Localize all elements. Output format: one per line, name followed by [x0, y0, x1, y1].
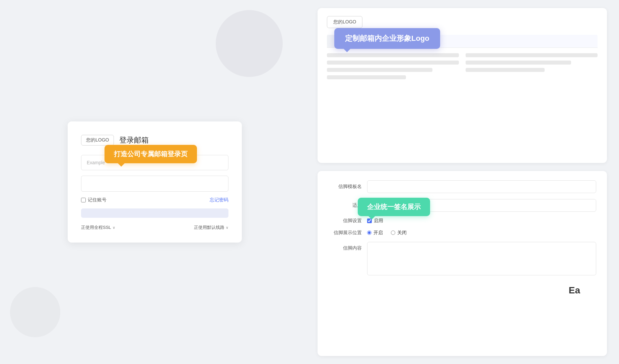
line-4: [327, 75, 406, 79]
form-row-template-name: 信脚模板名: [328, 180, 596, 193]
enable-text: 启用: [374, 218, 383, 224]
line-5: [466, 53, 598, 57]
ea-text-area: Ea: [569, 285, 580, 296]
right-panel: 您的LOGO 定制邮箱内企业形象Logo 标页 通道引 应用中心: [310, 0, 619, 364]
login-title: 登录邮箱: [119, 135, 149, 145]
content-col-right: [466, 53, 598, 83]
form-row-position: 信脚展示位置 开启 关闭: [328, 230, 596, 236]
tooltip-green: 企业统一签名展示: [358, 198, 430, 216]
position-label: 信脚展示位置: [328, 230, 362, 236]
ssl-chevron-icon: ∨: [113, 225, 115, 230]
ea-text: Ea: [569, 285, 580, 295]
content-block: [327, 53, 598, 83]
content-textarea[interactable]: [367, 242, 596, 275]
line-3: [327, 68, 432, 72]
ssl-label: 正使用全程SSL: [81, 224, 111, 231]
login-button[interactable]: [81, 208, 228, 218]
top-card: 您的LOGO 定制邮箱内企业形象Logo 标页 通道引 应用中心: [318, 8, 607, 163]
logo-badge: 您的LOGO: [81, 135, 114, 146]
login-card: 您的LOGO 登录邮箱 打造公司专属邮箱登录页 ********** 记住账号 …: [68, 121, 242, 243]
line-6: [466, 61, 571, 65]
left-panel: 您的LOGO 登录邮箱 打造公司专属邮箱登录页 ********** 记住账号 …: [0, 0, 310, 364]
radio-open-text: 开启: [373, 230, 383, 236]
options-row: 记住账号 忘记密码: [81, 197, 228, 203]
ssl-item[interactable]: 正使用全程SSL ∨: [81, 224, 115, 231]
route-item[interactable]: 正使用默认线路 ∨: [194, 224, 228, 231]
remember-checkbox[interactable]: [81, 198, 86, 202]
password-input-group: **********: [81, 176, 228, 192]
right-logo-badge: 您的LOGO: [327, 16, 362, 28]
line-2: [327, 61, 459, 65]
radio-close-label[interactable]: 关闭: [391, 230, 407, 236]
bottom-card: 企业统一签名展示 信脚模板名 适用 信脚设置 启用 信脚展示位置 开启: [318, 171, 607, 356]
radio-close[interactable]: [391, 231, 395, 235]
forgot-password-link[interactable]: 忘记密码: [210, 197, 228, 203]
tooltip-purple: 定制邮箱内企业形象Logo: [334, 28, 440, 49]
top-card-header: 您的LOGO: [327, 16, 598, 28]
remember-text: 记住账号: [88, 197, 107, 203]
line-7: [466, 68, 545, 72]
radio-close-text: 关闭: [397, 230, 407, 236]
footer-row: 正使用全程SSL ∨ 正使用默认线路 ∨: [81, 224, 228, 231]
remember-me-label[interactable]: 记住账号: [81, 197, 107, 203]
line-1: [327, 53, 459, 57]
form-row-content: 信脚内容: [328, 242, 596, 275]
password-input[interactable]: **********: [81, 176, 228, 192]
route-chevron-icon: ∨: [226, 225, 228, 230]
tooltip-orange: 打造公司专属邮箱登录页: [105, 145, 197, 163]
template-name-label: 信脚模板名: [328, 184, 362, 190]
apply-label: 适用: [328, 202, 362, 208]
radio-open-label[interactable]: 开启: [367, 230, 383, 236]
position-radio-group: 开启 关闭: [367, 230, 407, 236]
content-label: 信脚内容: [328, 245, 362, 251]
content-col-left: [327, 53, 459, 83]
footer-setting-label: 信脚设置: [328, 218, 362, 224]
login-header: 您的LOGO 登录邮箱: [81, 135, 228, 146]
radio-open[interactable]: [367, 231, 371, 235]
route-label: 正使用默认线路: [194, 224, 224, 231]
template-name-input[interactable]: [367, 180, 596, 193]
